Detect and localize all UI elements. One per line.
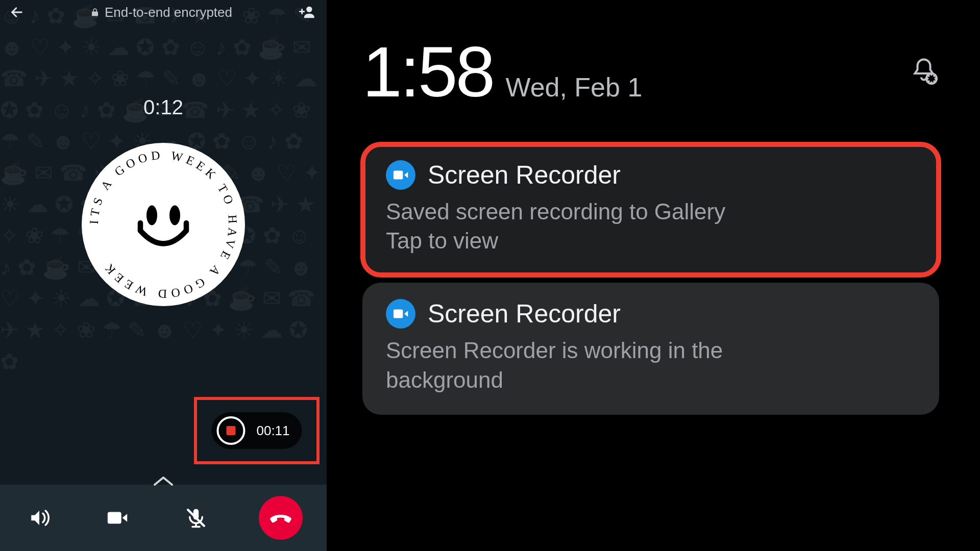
notification-body-line: Saved screen recording to Gallery bbox=[386, 197, 916, 226]
lock-icon bbox=[90, 7, 100, 18]
contact-avatar: ITS A GOOD WEEK TO HAVE A GOOD WEEK bbox=[82, 143, 245, 306]
video-icon bbox=[392, 166, 409, 184]
notification-title: Screen Recorder bbox=[428, 160, 621, 190]
chevron-up-icon bbox=[152, 474, 175, 488]
notification-shade: 1:58 Wed, Feb 1 Screen Recorder Saved sc… bbox=[327, 0, 980, 551]
call-duration: 0:12 bbox=[0, 96, 327, 119]
call-controls-bar bbox=[0, 485, 327, 551]
mute-button[interactable] bbox=[181, 503, 211, 533]
svg-rect-11 bbox=[394, 310, 403, 318]
screen-recorder-app-icon bbox=[386, 160, 415, 190]
speaker-icon bbox=[29, 507, 50, 529]
notification-settings-button[interactable] bbox=[909, 56, 939, 88]
bell-gear-icon bbox=[909, 56, 939, 86]
notification-body-line: Screen Recorder is working in the bbox=[386, 336, 916, 365]
date: Wed, Feb 1 bbox=[505, 72, 642, 103]
phone-hangup-icon bbox=[268, 506, 293, 530]
encryption-indicator: End-to-end encrypted bbox=[35, 5, 288, 20]
svg-point-1 bbox=[306, 7, 312, 12]
mic-off-icon bbox=[185, 507, 207, 529]
video-button[interactable] bbox=[102, 503, 133, 533]
notification-list: Screen Recorder Saved screen recording t… bbox=[362, 144, 939, 415]
person-add-icon bbox=[299, 4, 316, 21]
recording-pill[interactable]: 00:11 bbox=[211, 412, 302, 449]
notification-body-line: background bbox=[386, 365, 916, 394]
recording-timer: 00:11 bbox=[256, 423, 289, 439]
back-button[interactable] bbox=[9, 5, 24, 20]
notification-card[interactable]: Screen Recorder Screen Recorder is worki… bbox=[362, 283, 939, 414]
recording-highlight-box: 00:11 bbox=[194, 397, 320, 464]
call-screen: ☺ ♪ ✿ ☕ ✉ ☎ ✈ ★ ✧ ❀ ☂ ✎ ☻ ♡ ✦ ☀ ☁ ✪ ✿ ☺ … bbox=[0, 0, 327, 551]
notification-card[interactable]: Screen Recorder Saved screen recording t… bbox=[362, 144, 939, 276]
notification-title: Screen Recorder bbox=[428, 299, 621, 329]
notification-body: Screen Recorder is working in the backgr… bbox=[386, 336, 916, 394]
encryption-label: End-to-end encrypted bbox=[105, 5, 232, 20]
speaker-button[interactable] bbox=[24, 503, 55, 533]
clock: 1:58 bbox=[362, 31, 493, 113]
svg-rect-7 bbox=[108, 512, 121, 524]
arrow-left-icon bbox=[10, 5, 24, 19]
screen-recorder-app-icon bbox=[386, 299, 415, 329]
end-call-button[interactable] bbox=[259, 496, 303, 540]
status-bar: 1:58 Wed, Feb 1 bbox=[362, 31, 939, 113]
stop-icon bbox=[226, 426, 235, 435]
stop-recording-button[interactable] bbox=[216, 416, 245, 445]
svg-text:ITS A GOOD WEEK TO HAVE A GOOD: ITS A GOOD WEEK TO HAVE A GOOD WEEK bbox=[87, 148, 240, 301]
notification-body: Saved screen recording to Gallery Tap to… bbox=[386, 197, 916, 255]
video-icon bbox=[392, 305, 409, 322]
notification-body-line: Tap to view bbox=[386, 226, 916, 255]
video-icon bbox=[106, 506, 129, 530]
svg-rect-10 bbox=[394, 171, 403, 180]
avatar-ring-text: ITS A GOOD WEEK TO HAVE A GOOD WEEK bbox=[82, 143, 245, 306]
add-participant-button[interactable] bbox=[298, 3, 317, 22]
expand-handle[interactable] bbox=[152, 474, 175, 490]
call-topbar: End-to-end encrypted bbox=[0, 0, 327, 24]
